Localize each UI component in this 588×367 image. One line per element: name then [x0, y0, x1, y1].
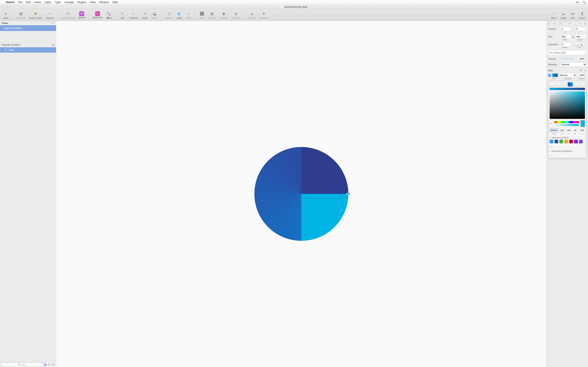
insert-button[interactable]: ＋Insert [2, 10, 10, 20]
transform-button[interactable]: ▱Transform [128, 10, 139, 20]
fill-enabled-checkbox[interactable] [548, 74, 551, 77]
distribute-h-icon[interactable]: ⫴ [578, 22, 582, 25]
sat-cursor[interactable] [584, 94, 586, 95]
subtract-button[interactable]: ◧Subtract [207, 10, 217, 20]
gradient-swatch[interactable] [579, 140, 583, 143]
global-gradients-header[interactable]: Global Gradients [550, 136, 585, 139]
y-input[interactable] [575, 27, 586, 31]
menu-file[interactable]: File [18, 1, 22, 4]
hue-slider[interactable] [554, 121, 579, 123]
menu-view[interactable]: View [90, 1, 95, 4]
scale-button[interactable]: ⤢Scale [185, 10, 193, 20]
gradient-swatch[interactable] [564, 140, 568, 143]
spotlight-icon[interactable]: 🔍 [582, 1, 586, 4]
gradient-swatch[interactable] [550, 140, 553, 143]
minimize-window-button[interactable] [6, 6, 8, 8]
height-input[interactable] [575, 35, 586, 39]
a-input[interactable] [579, 128, 585, 132]
add-global-gradient-button[interactable]: ＋ [550, 145, 553, 148]
fill-type-angular[interactable] [568, 82, 573, 86]
menu-edit[interactable]: Edit [26, 1, 31, 4]
lock-aspect-icon[interactable]: 🔒 [572, 36, 574, 38]
menu-plugins[interactable]: Plugins [77, 1, 86, 4]
mirror-button[interactable]: ◇Mirror [550, 10, 558, 20]
difference-button[interactable]: ◈Difference [230, 10, 242, 20]
layer-item-selected[interactable]: Oval [0, 47, 56, 53]
export-button[interactable]: ↥Export [578, 10, 586, 20]
align-left-icon[interactable]: ▏ [547, 22, 552, 25]
make-grid-button[interactable]: ▦Make Grid [15, 10, 27, 20]
align-bottom-icon[interactable]: ⎵ [572, 22, 577, 25]
rotate-input[interactable] [561, 42, 571, 47]
fill-type-radial[interactable] [562, 82, 567, 86]
menu-arrange[interactable]: Arrange [64, 1, 74, 4]
page-item-selected[interactable]: Angualr Gradient [0, 25, 56, 31]
align-right-icon[interactable]: ▕ [557, 22, 562, 25]
menu-insert[interactable]: Insert [34, 1, 41, 4]
add-fill-button[interactable]: ＋ [584, 69, 586, 72]
rotate-button[interactable]: ⟲Rotate [141, 10, 149, 20]
symbol-button[interactable]: ⟳Symbol [77, 11, 86, 19]
zoom-window-button[interactable] [9, 6, 12, 8]
align-vcenter-icon[interactable]: ≡ [568, 22, 572, 25]
gradient-stop-2[interactable] [583, 88, 585, 90]
h-input[interactable] [559, 128, 565, 132]
fill-type-pattern[interactable] [574, 82, 579, 86]
create-symbol-button[interactable]: ⟳Create Symbol [60, 10, 76, 20]
width-input[interactable] [561, 35, 571, 39]
eyedropper-button[interactable]: ✎ [550, 120, 553, 127]
alpha-slider[interactable] [554, 124, 579, 126]
gradient-swatch[interactable] [559, 140, 563, 143]
artboard-collapse-icon[interactable]: ▣ [52, 44, 54, 46]
flatten-button[interactable]: ⬓Flatten [150, 10, 159, 20]
zoom-control[interactable]: − 🔍 +100% [105, 10, 113, 20]
mask-button[interactable]: ◐Mask [175, 10, 183, 20]
blending-select[interactable]: Normal [561, 62, 586, 67]
fill-type-linear[interactable] [556, 82, 561, 86]
gradient-swatch[interactable] [569, 140, 573, 143]
x-input[interactable] [561, 27, 571, 31]
gradient-swatch[interactable] [574, 140, 578, 143]
backward-button[interactable]: ▼Backward [258, 10, 269, 20]
menu-help[interactable]: Help [112, 1, 118, 4]
app-name[interactable]: Sketch [6, 1, 15, 4]
fill-type-solid[interactable] [550, 82, 554, 86]
align-hcenter-icon[interactable]: ≡ [552, 22, 557, 25]
rotate-copies-button[interactable]: ✺Rotate Copies [28, 10, 43, 20]
shared-style-select[interactable]: No Shared Style⌄ [548, 50, 586, 55]
view-button[interactable]: ▭View [569, 10, 577, 20]
menu-window[interactable]: Window [99, 1, 109, 4]
fill-type-noise[interactable] [580, 82, 585, 86]
fill-swatch[interactable] [552, 73, 558, 77]
cloud-button[interactable]: ☁Cloud [559, 10, 567, 20]
gradient-stop-1[interactable] [550, 88, 552, 90]
filter-toggle-icon[interactable]: ▣ [44, 363, 47, 366]
overflow-icon[interactable]: ••• [576, 1, 579, 4]
opacity-input[interactable] [577, 57, 586, 61]
gradient-bar[interactable] [550, 88, 585, 90]
union-button[interactable]: ⬛Union [198, 10, 206, 20]
scissors-button[interactable]: ✂Scissors [45, 10, 55, 20]
canvas[interactable] [56, 21, 546, 367]
b-input[interactable] [572, 128, 579, 132]
menu-type[interactable]: Type [55, 1, 61, 4]
fill-opacity-input[interactable] [578, 73, 586, 77]
document-gradients-header[interactable]: Document Gradients [550, 150, 585, 152]
add-page-button[interactable]: ＋ [51, 21, 54, 25]
oval-shape[interactable] [254, 147, 348, 241]
filter-edit-icon[interactable]: ✎ [48, 363, 51, 366]
outlines-button[interactable]: ◻Outlines [164, 10, 174, 20]
styled-text-button[interactable]: TStyled Text [91, 11, 104, 19]
filter-input[interactable]: 🔍Filter [1, 363, 43, 366]
flip-v-button[interactable]: ▶ [580, 43, 585, 46]
gradient-swatch[interactable] [554, 140, 558, 143]
fill-settings-icon[interactable]: ⚙ [580, 69, 582, 72]
edit-button[interactable]: ✎Edit [118, 10, 127, 20]
close-window-button[interactable] [2, 6, 4, 8]
saturation-box[interactable] [550, 91, 585, 119]
fill-blend-select[interactable]: Normal [559, 73, 577, 77]
artboard-item[interactable]: Angualr Gradient ▣ [0, 42, 56, 47]
hex-input[interactable] [550, 128, 558, 132]
align-top-icon[interactable]: ⎴ [563, 22, 567, 25]
forward-button[interactable]: ▲Forward [247, 10, 257, 20]
